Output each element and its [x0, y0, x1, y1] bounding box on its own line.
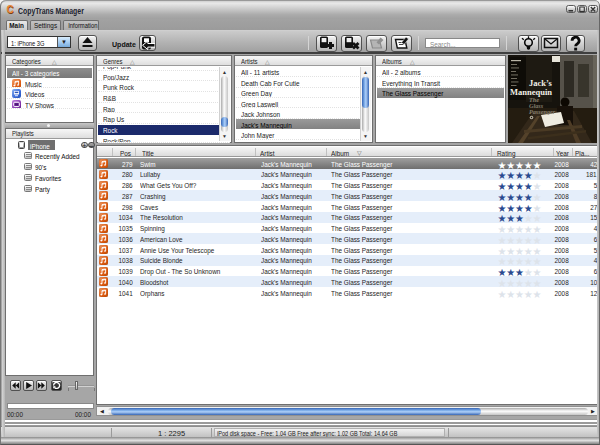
svg-text:Passenger: Passenger	[529, 108, 556, 115]
